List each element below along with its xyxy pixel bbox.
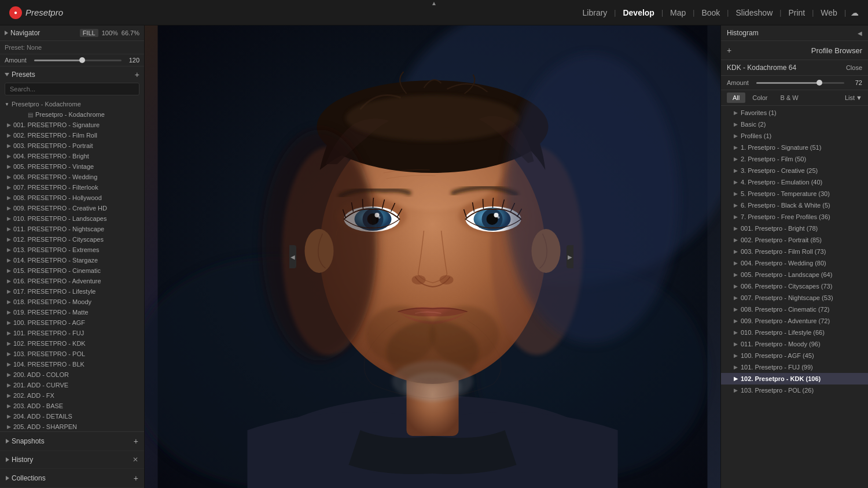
presets-header[interactable]: Presets + — [0, 66, 144, 83]
preset-row[interactable]: ▶004. PRESETPRO - Bright — [0, 151, 144, 161]
logo-area: ● Presetpro — [9, 6, 63, 19]
profile-group-item[interactable]: ▶3. Presetpro - Creative (25) — [721, 165, 868, 176]
preset-row[interactable]: ▶101. PRESETPRO - FUJ — [0, 328, 144, 338]
filter-tab-bw[interactable]: B & W — [775, 93, 804, 103]
profile-group-item[interactable]: ▶005. Presetpro - Landscape (64) — [721, 269, 868, 280]
nav-print[interactable]: Print — [784, 6, 810, 20]
profile-plus-button[interactable]: + — [727, 46, 731, 55]
preset-row[interactable]: ▶006. PRESETPRO - Wedding — [0, 172, 144, 182]
preset-row[interactable]: ▶200. ADD - COLOR — [0, 369, 144, 380]
center-image-area: ◀ ▶ — [145, 25, 720, 488]
preset-row[interactable]: ▶010. PRESETPRO - Landscapes — [0, 213, 144, 224]
histogram-collapse-icon[interactable]: ◀ — [858, 30, 862, 36]
preset-row[interactable]: ▶003. PRESETPRO - Portrait — [0, 141, 144, 151]
list-view-button[interactable]: List ▼ — [845, 94, 862, 101]
preset-row[interactable]: ▶001. PRESETPRO - Signature — [0, 120, 144, 130]
histogram-header[interactable]: Histogram ◀ — [721, 25, 868, 41]
profile-group-item[interactable]: ▶Profiles (1) — [721, 130, 868, 142]
preset-row[interactable]: ▶012. PRESETPRO - Cityscapes — [0, 234, 144, 245]
preset-row[interactable]: ▶202. ADD - FX — [0, 390, 144, 401]
kdk-close-button[interactable]: Close — [846, 64, 862, 71]
profile-group-item[interactable]: ▶011. Presetpro - Moody (96) — [721, 338, 868, 350]
profile-group-item[interactable]: ▶009. Presetpro - Adventure (72) — [721, 315, 868, 327]
right-panel-collapse-button[interactable]: ▶ — [567, 245, 573, 268]
bottom-sections: Snapshots + History ✕ Collections + — [0, 431, 144, 488]
profile-group-item[interactable]: ▶1. Presetpro - Signature (51) — [721, 142, 868, 153]
profile-group-item[interactable]: ▶Basic (2) — [721, 119, 868, 130]
preset-row[interactable]: ▶016. PRESETPRO - Adventure — [0, 276, 144, 286]
preset-group-kodachrome: ▼ Presetpro - Kodachrome ▤ Presetpro - K… — [0, 99, 144, 120]
preset-row[interactable]: ▶100. PRESETPRO - AGF — [0, 317, 144, 328]
profile-group-item[interactable]: ▶103. Presetpro - POL (26) — [721, 385, 868, 396]
nav-develop[interactable]: Develop — [618, 6, 659, 20]
preset-group-kodachrome-header[interactable]: ▼ Presetpro - Kodachrome — [0, 99, 144, 109]
snapshots-icon — [6, 439, 9, 443]
profile-group-item[interactable]: ▶101. Presetpro - FUJ (99) — [721, 361, 868, 373]
preset-item-kodachrome[interactable]: ▤ Presetpro - Kodachrome — [12, 109, 144, 120]
history-section[interactable]: History ✕ — [0, 451, 144, 469]
profile-list: ▶Favorites (1)▶Basic (2)▶Profiles (1)▶1.… — [721, 106, 868, 488]
nav-library[interactable]: Library — [578, 6, 612, 20]
preset-row[interactable]: ▶011. PRESETPRO - Nightscape — [0, 224, 144, 234]
presets-list: ▼ Presetpro - Kodachrome ▤ Presetpro - K… — [0, 99, 144, 431]
nav-map[interactable]: Map — [665, 6, 690, 20]
collections-section[interactable]: Collections + — [0, 469, 144, 488]
profile-group-item[interactable]: ▶Favorites (1) — [721, 107, 868, 119]
profile-group-item[interactable]: ▶6. Presetpro - Black & White (5) — [721, 199, 868, 211]
preset-row[interactable]: ▶009. PRESETPRO - Creative HD — [0, 203, 144, 213]
preset-row[interactable]: ▶017. PRESETPRO - Lifestyle — [0, 286, 144, 297]
collections-add-button[interactable]: + — [134, 474, 138, 483]
preset-row[interactable]: ▶104. PRESETPRO - BLK — [0, 359, 144, 369]
profile-group-item[interactable]: ▶007. Presetpro - Nightscape (53) — [721, 292, 868, 304]
amount-slider[interactable] — [34, 60, 122, 61]
presets-search-input[interactable] — [5, 83, 139, 95]
preset-row[interactable]: ▶014. PRESETPRO - Stargaze — [0, 255, 144, 265]
fill-button[interactable]: FILL — [80, 29, 98, 37]
zoom-66[interactable]: 66.7% — [122, 29, 139, 36]
preset-row[interactable]: ▶204. ADD - DETAILS — [0, 411, 144, 422]
nav-web[interactable]: Web — [816, 6, 842, 20]
preset-row[interactable]: ▶018. PRESETPRO - Moody — [0, 297, 144, 307]
profile-group-item[interactable]: ▶002. Presetpro - Portrait (85) — [721, 234, 868, 246]
filter-tab-all[interactable]: All — [727, 93, 745, 103]
profile-group-item[interactable]: ▶7. Presetpro - Free Profiles (36) — [721, 211, 868, 223]
preset-row[interactable]: ▶002. PRESETPRO - Film Roll — [0, 130, 144, 141]
logo-icon: ● — [9, 6, 22, 19]
profile-group-item[interactable]: ▶006. Presetpro - Cityscapes (73) — [721, 280, 868, 292]
profile-group-item[interactable]: ▶4. Presetpro - Emulation (40) — [721, 176, 868, 188]
svg-point-35 — [262, 130, 378, 361]
preset-row[interactable]: ▶019. PRESETPRO - Matte — [0, 307, 144, 317]
profile-group-item[interactable]: ▶5. Presetpro - Temperature (30) — [721, 188, 868, 199]
profile-group-item[interactable]: ▶2. Presetpro - Film (50) — [721, 153, 868, 165]
profile-group-item[interactable]: ▶100. Presetpro - AGF (45) — [721, 350, 868, 361]
amount-slider-right[interactable] — [756, 82, 844, 84]
presets-add-button[interactable]: + — [135, 70, 139, 79]
profile-group-item[interactable]: ▶004. Presetpro - Wedding (80) — [721, 257, 868, 269]
preset-row[interactable]: ▶103. PRESETPRO - POL — [0, 349, 144, 359]
preset-row[interactable]: ▶007. PRESETPRO - Filterlook — [0, 182, 144, 193]
profile-group-item[interactable]: ▶003. Presetpro - Film Roll (73) — [721, 246, 868, 257]
preset-row[interactable]: ▶205. ADD - SHARPEN — [0, 422, 144, 431]
profile-group-item[interactable]: ▶008. Presetpro - Cinematic (72) — [721, 304, 868, 315]
preset-row[interactable]: ▶015. PRESETPRO - Cinematic — [0, 265, 144, 276]
profile-group-item[interactable]: ▶010. Presetpro - Lifestyle (66) — [721, 327, 868, 338]
nav-slideshow[interactable]: Slideshow — [731, 6, 777, 20]
profile-group-item[interactable]: ▶001. Presetpro - Bright (78) — [721, 223, 868, 234]
snapshots-section[interactable]: Snapshots + — [0, 432, 144, 451]
preset-row[interactable]: ▶005. PRESETPRO - Vintage — [0, 161, 144, 172]
snapshots-add-button[interactable]: + — [134, 437, 138, 446]
zoom-100[interactable]: 100% — [102, 29, 118, 36]
preset-row[interactable]: ▶102. PRESETPRO - KDK — [0, 338, 144, 349]
left-panel-collapse-button[interactable]: ◀ — [289, 245, 296, 268]
filter-tabs: All Color B & W List ▼ — [721, 90, 868, 106]
history-icon — [6, 457, 9, 462]
history-close-button[interactable]: ✕ — [133, 456, 138, 464]
preset-row[interactable]: ▶013. PRESETPRO - Extremes — [0, 245, 144, 255]
filter-tab-color[interactable]: Color — [746, 93, 773, 103]
profile-group-item[interactable]: ▶102. Presetpro - KDK (106) — [721, 373, 868, 385]
preset-row[interactable]: ▶203. ADD - BASE — [0, 401, 144, 411]
preset-row[interactable]: ▶008. PRESETPRO - Hollywood — [0, 193, 144, 203]
navigator-header[interactable]: Navigator FILL 100% 66.7% — [0, 25, 144, 40]
nav-book[interactable]: Book — [697, 6, 724, 20]
preset-row[interactable]: ▶201. ADD - CURVE — [0, 380, 144, 390]
